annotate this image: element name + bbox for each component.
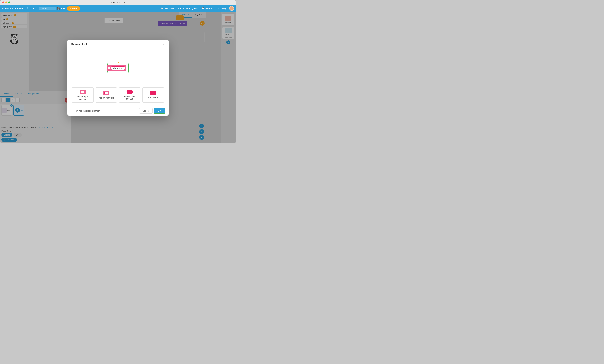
input-number-icon bbox=[79, 90, 86, 94]
block-preview-area: 🗑 follow bbox=[71, 53, 165, 83]
title-bar: mBlock v5.4.3 bbox=[0, 0, 236, 5]
label-icon: abc bbox=[150, 91, 156, 95]
footer-buttons: Cancel OK bbox=[139, 108, 165, 114]
setting-button[interactable]: ⚙ Setting bbox=[216, 7, 228, 10]
user-guide-button[interactable]: 📖 User Guide bbox=[159, 7, 175, 10]
modal-title: Make a block bbox=[71, 43, 88, 46]
cancel-button[interactable]: Cancel bbox=[139, 108, 152, 114]
run-without-refresh-input[interactable] bbox=[71, 110, 73, 112]
run-without-refresh-checkbox[interactable]: Run without screen refresh bbox=[71, 109, 100, 112]
example-programs-button[interactable]: ⊞ Example Programs bbox=[176, 7, 199, 10]
close-button[interactable] bbox=[2, 1, 4, 3]
svg-rect-15 bbox=[108, 67, 110, 69]
publish-button[interactable]: Publish bbox=[67, 6, 80, 11]
add-input-text-card[interactable]: Add an input text bbox=[95, 87, 117, 103]
modal-footer: Run without screen refresh Cancel OK bbox=[67, 106, 169, 116]
input-number-label: Add an input number bbox=[74, 96, 92, 100]
add-input-boolean-card[interactable]: Add an input boolean bbox=[119, 87, 141, 103]
modal-body: 🗑 follow bbox=[67, 49, 169, 106]
add-label-card[interactable]: abc Add a label bbox=[142, 87, 164, 103]
toolbar: makeblock | mBlock 🔍 File 💾 Save Publish… bbox=[0, 5, 236, 12]
search-icon-button[interactable]: 🔍 bbox=[26, 6, 30, 11]
scratch-block: follow_line bbox=[110, 65, 126, 71]
block-name-input[interactable]: follow_line bbox=[111, 66, 125, 70]
input-text-label: Add an input text bbox=[99, 97, 114, 99]
brand-label: makeblock | mBlock bbox=[2, 7, 23, 10]
modal-header: Make a block × bbox=[67, 40, 169, 49]
trash-icon[interactable]: 🗑 bbox=[117, 61, 119, 64]
scratch-block-body: follow_line bbox=[110, 65, 126, 71]
minimize-button[interactable] bbox=[5, 1, 7, 3]
run-without-refresh-label: Run without screen refresh bbox=[74, 109, 100, 112]
file-menu[interactable]: File bbox=[31, 7, 38, 11]
option-cards: Add an input number Add an input text bbox=[72, 87, 164, 103]
avatar[interactable] bbox=[229, 6, 234, 11]
input-boolean-icon bbox=[126, 90, 133, 94]
make-a-block-modal: Make a block × 🗑 bbox=[67, 40, 169, 116]
gear-icon: ⚙ bbox=[218, 7, 220, 10]
feedback-button[interactable]: 💬 Feedback bbox=[200, 7, 215, 10]
modal-close-button[interactable]: × bbox=[161, 42, 165, 47]
input-text-icon bbox=[103, 91, 109, 96]
window-title: mBlock v5.4.3 bbox=[111, 1, 125, 4]
save-icon: 💾 bbox=[57, 7, 60, 10]
input-boolean-label: Add an input boolean bbox=[121, 95, 139, 100]
add-label-label: Add a label bbox=[148, 96, 158, 99]
traffic-lights bbox=[2, 1, 10, 3]
main-content: base_power 0 kp 0 left_power 0 right_pow… bbox=[0, 12, 236, 143]
project-title-input[interactable] bbox=[39, 7, 56, 11]
block-preview-container: 🗑 follow bbox=[107, 63, 129, 73]
save-button[interactable]: 💾 Save bbox=[57, 7, 65, 10]
save-label: Save bbox=[61, 7, 65, 10]
block-notch-left bbox=[107, 65, 110, 71]
modal-overlay: Make a block × 🗑 bbox=[0, 12, 236, 143]
chat-icon: 💬 bbox=[201, 7, 204, 10]
add-input-number-card[interactable]: Add an input number bbox=[72, 87, 94, 103]
ok-button[interactable]: OK bbox=[154, 108, 165, 114]
book-icon: 📖 bbox=[160, 7, 163, 10]
maximize-button[interactable] bbox=[8, 1, 10, 3]
grid-icon: ⊞ bbox=[178, 7, 180, 10]
app-window: mBlock v5.4.3 makeblock | mBlock 🔍 File … bbox=[0, 0, 236, 143]
